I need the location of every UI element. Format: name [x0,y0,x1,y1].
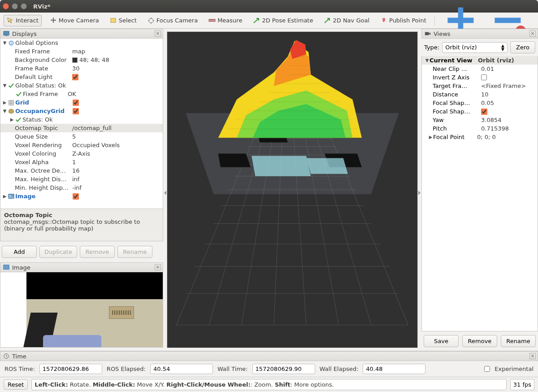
near-clip-key: Near Clip … [433,65,481,72]
collapse-icon[interactable]: ▼ [2,109,7,113]
image-panel-header[interactable]: Image × [0,262,163,272]
cursor-icon [7,17,14,24]
duplicate-button[interactable]: Duplicate [39,246,77,258]
views-type-row: Type: Orbit (rviz) ▲▼ Zero [421,39,538,56]
collapse-icon[interactable]: ▼ [2,40,7,45]
displays-header[interactable]: Displays × [0,29,163,39]
close-panel-icon[interactable]: × [529,353,536,359]
time-header[interactable]: Time × [0,351,538,361]
views-remove-button[interactable]: Remove [462,335,497,347]
views-header[interactable]: Views × [421,29,538,39]
wall-time-input[interactable] [252,364,315,374]
grid-label[interactable]: Grid [15,99,73,106]
expand-icon[interactable]: ▶ [2,100,7,105]
fixed-frame-val[interactable]: map [72,48,85,55]
global-status-label: Global Status: Ok [15,82,66,89]
frame-rate-key: Frame Rate [15,65,72,72]
focal-shape-s-val[interactable]: 0.05 [481,100,494,106]
main-toolbar: Interact Move Camera Select Focus Camera… [0,13,538,29]
camera-icon [425,30,431,37]
octomap-topic-val[interactable]: /octomap_full [72,125,112,131]
grid-checkbox[interactable] [73,100,79,106]
remove-button[interactable]: Remove [80,246,115,258]
type-combo[interactable]: Orbit (rviz) ▲▼ [442,42,508,53]
frame-rate-val[interactable]: 30 [72,65,80,72]
gear-icon [8,40,14,46]
publish-point-label: Publish Point [389,17,426,24]
add-button[interactable]: Add [2,246,37,258]
close-panel-icon[interactable]: × [155,30,161,37]
pose-estimate-tool[interactable]: 2D Pose Estimate [250,15,316,26]
queue-size-key: Queue Size [15,133,72,140]
voxel-coloring-val[interactable]: Z-Axis [72,150,90,157]
interact-tool[interactable]: Interact [4,15,42,26]
image-display-label[interactable]: Image [15,193,73,200]
yaw-val[interactable]: 3.0854 [481,117,502,123]
svg-marker-44 [252,156,311,176]
measure-tool[interactable]: Measure [206,15,245,26]
max-octree-val[interactable]: 16 [72,167,80,174]
views-rename-button[interactable]: Rename [501,335,536,347]
focal-shape-checkbox[interactable] [481,109,487,115]
focal-shape-f-key: Focal Shap… [433,108,481,115]
wall-elapsed-input[interactable] [363,364,425,374]
experimental-checkbox[interactable] [484,366,490,372]
arrow-green-icon [253,17,260,24]
rviz-3d-view[interactable] [167,31,418,348]
focal-point-val[interactable]: 0; 0; 0 [477,134,496,140]
close-icon[interactable] [3,3,9,9]
close-panel-icon[interactable]: × [529,30,536,37]
ros-time-input[interactable] [39,364,102,374]
collapse-icon[interactable]: ▼ [425,58,430,63]
expand-icon[interactable]: ▶ [2,194,7,199]
svg-rect-0 [111,18,116,22]
voxel-rendering-val[interactable]: Occupied Voxels [72,142,120,148]
close-panel-icon[interactable]: × [155,264,161,270]
ros-elapsed-input[interactable] [150,364,213,374]
dock-right-icon[interactable] [417,190,422,196]
views-tree[interactable]: ▼Current ViewOrbit (rviz) Near Clip …0.0… [421,56,538,331]
eye-dropdown-icon[interactable] [534,20,534,21]
zero-button[interactable]: Zero [510,41,535,53]
near-clip-val[interactable]: 0.01 [481,65,494,72]
image-checkbox[interactable] [73,193,79,200]
min-height-val[interactable]: -inf [72,184,82,191]
occupancy-checkbox[interactable] [73,108,79,114]
target-frame-val[interactable]: <Fixed Frame> [481,83,526,89]
queue-size-val[interactable]: 5 [72,133,76,140]
voxel-alpha-val[interactable]: 1 [72,159,76,166]
publish-point-tool[interactable]: Publish Point [377,15,429,26]
svg-point-10 [11,42,12,44]
focus-camera-tool[interactable]: Focus Camera [145,15,200,26]
expand-icon[interactable]: ▶ [428,135,433,139]
minimize-icon[interactable] [12,3,18,9]
occupancy-label[interactable]: OccupancyGrid [15,108,73,114]
rename-button[interactable]: Rename [117,246,152,258]
distance-val[interactable]: 10 [481,91,489,98]
max-height-val[interactable]: inf [72,176,79,183]
invert-z-checkbox[interactable] [481,74,487,80]
svg-rect-13 [4,265,9,270]
pitch-val[interactable]: 0.715398 [481,125,509,132]
bg-color-val[interactable]: 48; 48; 48 [72,57,109,63]
default-light-checkbox[interactable] [72,74,78,80]
displays-tree[interactable]: ▼ Global Options Fixed Framemap Backgrou… [0,39,163,209]
nav-goal-tool[interactable]: 2D Nav Goal [321,15,372,26]
voxel-rendering-key: Voxel Rendering [15,142,72,148]
expand-icon[interactable]: ▶ [9,117,14,122]
views-button-row: Save Remove Rename [421,331,538,351]
save-button[interactable]: Save [424,335,459,347]
focal-shape-s-key: Focal Shap… [433,100,481,106]
arrow-green-icon [324,17,331,24]
fixed-frame-status-key: Fixed Frame [23,91,68,97]
reset-button[interactable]: Reset [4,379,28,390]
fps-display: 31 fps [510,379,534,390]
move-camera-tool[interactable]: Move Camera [47,15,102,26]
collapse-icon[interactable]: ▼ [2,83,7,88]
maximize-icon[interactable] [21,3,27,9]
wall-elapsed-label: Wall Elapsed: [320,366,359,372]
select-tool[interactable]: Select [107,15,139,26]
check-icon [15,117,22,123]
target-frame-key: Target Fra… [433,83,481,89]
image-preview [0,272,163,348]
